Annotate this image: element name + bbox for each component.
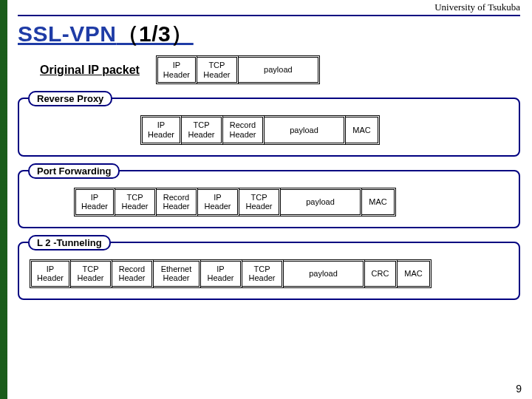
section-label-port-forwarding: Port Forwarding — [28, 163, 120, 179]
cell-tcp-header-outer: TCP Header — [115, 188, 157, 216]
cell-mac: MAC — [346, 115, 380, 144]
cell-record-header: Record Header — [157, 188, 198, 216]
institution-bar: University of Tsukuba — [18, 0, 520, 16]
cell-tcp-header-outer: TCP Header — [71, 259, 112, 288]
row-port-forwarding: IP Header TCP Header Record Header IP He… — [74, 188, 508, 216]
title-main: SSL-VPN — [18, 21, 117, 46]
cell-payload: payload — [265, 115, 346, 144]
cell-mac: MAC — [398, 259, 432, 288]
cell-crc: CRC — [365, 259, 398, 288]
cell-tcp-header: TCP Header — [197, 55, 239, 84]
cell-tcp-header: TCP Header — [182, 115, 223, 144]
cell-tcp-header-inner: TCP Header — [242, 259, 284, 288]
section-label-reverse-proxy: Reverse Proxy — [28, 91, 112, 106]
cell-payload: payload — [284, 259, 365, 288]
slide: University of Tsukuba SSL-VPN（1/3） Origi… — [0, 0, 532, 399]
row-reverse-proxy: IP Header TCP Header Record Header paylo… — [140, 115, 508, 144]
cell-ethernet-header: Ethernet Header — [154, 259, 201, 288]
cell-ip-header: IP Header — [140, 115, 182, 144]
cell-record-header: Record Header — [112, 259, 154, 288]
page-number: 9 — [516, 383, 522, 395]
page-title: SSL-VPN（1/3） — [18, 19, 520, 50]
cell-ip-header-outer: IP Header — [30, 259, 71, 288]
cell-ip-header-inner: IP Header — [198, 188, 239, 216]
title-paren: （1/3） — [117, 21, 194, 46]
cell-ip-header: IP Header — [156, 55, 197, 84]
section-reverse-proxy: Reverse Proxy IP Header TCP Header Recor… — [18, 98, 520, 156]
section-l2-tunneling: L 2 -Tunneling IP Header TCP Header Reco… — [18, 242, 520, 300]
institution-name: University of Tsukuba — [434, 1, 520, 13]
original-packet-label: Original IP packet — [40, 64, 140, 77]
cell-ip-header-outer: IP Header — [74, 188, 115, 216]
section-port-forwarding: Port Forwarding IP Header TCP Header Rec… — [18, 170, 520, 228]
section-label-l2-tunneling: L 2 -Tunneling — [28, 235, 111, 250]
cell-ip-header-inner: IP Header — [201, 259, 242, 288]
cell-record-header: Record Header — [223, 115, 265, 144]
cell-mac: MAC — [362, 188, 396, 216]
figure-area: Original IP packet IP Header TCP Header … — [18, 55, 520, 300]
original-packet-cells: IP Header TCP Header payload — [156, 55, 320, 84]
cell-tcp-header-inner: TCP Header — [239, 188, 281, 216]
original-packet-row: Original IP packet IP Header TCP Header … — [40, 55, 520, 84]
row-l2-tunneling: IP Header TCP Header Record Header Ether… — [30, 259, 508, 288]
cell-payload: payload — [281, 188, 362, 216]
cell-payload: payload — [239, 55, 320, 84]
